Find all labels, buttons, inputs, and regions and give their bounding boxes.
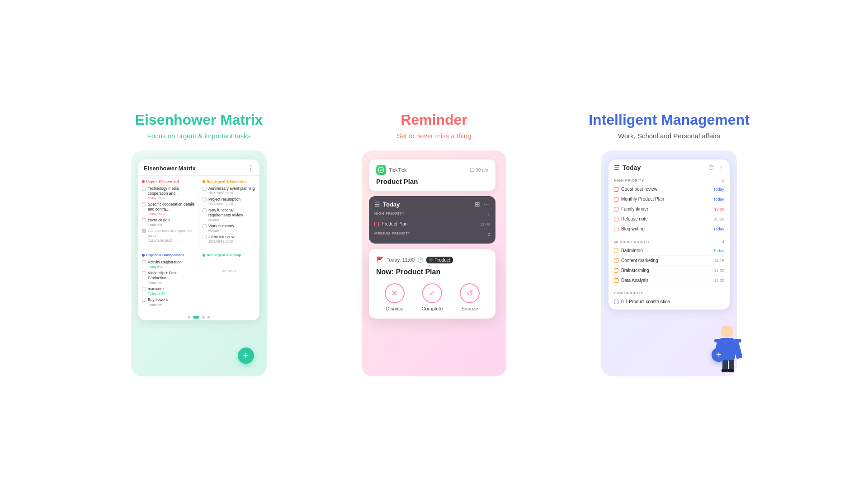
today-screen: ☰ Today ⊞ ⋯ HIGH PRIORITY 1: [369, 196, 495, 244]
task-date: 11:00: [714, 278, 724, 283]
dot-green-icon: [203, 254, 205, 257]
intelligent-screen: ☰ Today ⏱ ⋮ HIGH PRIORITY 6: [609, 160, 730, 310]
intelligent-title: Intelligent Management: [589, 112, 750, 128]
complete-label: Complete: [421, 306, 443, 311]
dismiss-label: Dismiss: [386, 306, 404, 311]
hp-count: 6: [722, 178, 724, 183]
task-time: Tomorrow: [148, 303, 195, 306]
table-row: Content marketing 14:15: [614, 256, 724, 266]
task-checkbox[interactable]: [203, 235, 207, 239]
task-checkbox[interactable]: [614, 207, 618, 211]
nav-dot: [202, 316, 205, 319]
task-checkbox[interactable]: [203, 197, 207, 202]
task-time: 2021/08/08 16:00: [148, 239, 195, 242]
int-menu-icon[interactable]: ☰: [614, 164, 620, 171]
task-left: Monthly Product Plan: [614, 197, 664, 202]
high-priority-header: HIGH PRIORITY 1: [374, 211, 490, 217]
task-checkbox[interactable]: [142, 229, 146, 233]
more-icon[interactable]: ⋯: [484, 201, 490, 208]
nav-dot: [208, 316, 210, 319]
task-name: Buy flowers: [148, 297, 195, 302]
task-name: Brainstorming: [621, 268, 649, 273]
eisenhower-card: Eisenhower Matrix Focus on urgent & impo…: [90, 112, 307, 376]
task-time: Today 16:30: [148, 292, 195, 295]
eis-more-icon[interactable]: ⋮: [247, 164, 254, 173]
lp-label: LOW PRIORITY: [614, 291, 643, 295]
reminder-phone-bg: TickTick 11:00 am Product Plan ☰ Today: [362, 150, 506, 376]
task-checkbox[interactable]: [614, 217, 618, 221]
task-left: Family dinner: [614, 206, 648, 211]
reminder-title: Reminder: [401, 112, 467, 128]
table-row: Anniversary event planning 2021/10/08 10…: [203, 186, 256, 195]
task-checkbox[interactable]: [203, 187, 207, 191]
mp-section-header: MEDIUM PRIORITY 4: [614, 239, 724, 244]
complete-button[interactable]: ✓: [422, 283, 442, 303]
int-header-right: ⏱ ⋮: [708, 164, 724, 171]
task-checkbox[interactable]: [203, 208, 207, 212]
task-checkbox[interactable]: [142, 187, 146, 191]
task-checkbox[interactable]: [614, 187, 618, 192]
task-time: No date: [208, 229, 256, 232]
medium-priority-count: 2: [488, 232, 490, 237]
table-row: New functional requirements review No da…: [203, 208, 256, 221]
popup-meta: 🚩 Today, 11:00 🕐 Product: [376, 256, 488, 263]
task-checkbox[interactable]: [142, 260, 146, 264]
lp-section-header: LOW PRIORITY: [614, 291, 724, 295]
low-priority-section: LOW PRIORITY 0-1 Product construction: [609, 288, 730, 310]
task-date: 14:15: [714, 258, 724, 263]
task-time: 2021/09/20 17:00: [208, 202, 256, 206]
add-task-fab[interactable]: +: [712, 347, 726, 362]
add-task-fab[interactable]: +: [238, 347, 254, 364]
int-more-icon[interactable]: ⋮: [718, 164, 724, 171]
intelligent-card: Intelligent Management Work, School and …: [561, 112, 778, 376]
task-info: Intern interview 2021/09/28 10:00: [208, 235, 256, 243]
task-checkbox[interactable]: [614, 300, 618, 304]
high-priority-label: HIGH PRIORITY: [374, 211, 405, 216]
task-name: cover design: [148, 218, 195, 223]
table-row: Brainstorming 11:30: [614, 266, 724, 276]
task-checkbox[interactable]: [142, 298, 146, 302]
menu-icon[interactable]: ☰: [374, 201, 380, 208]
table-row: Technology media cooperation and... Toda…: [142, 186, 195, 200]
task-left: Guest post review: [614, 187, 657, 192]
timer-icon[interactable]: ⏱: [708, 164, 714, 171]
snooze-button[interactable]: ↺: [460, 283, 480, 303]
popup-time: Today, 11:00: [387, 257, 415, 263]
eis-q4-label: Not Urgent & Unimp...: [203, 253, 255, 257]
table-row: cover design Tomorrow: [142, 218, 195, 226]
table-row: Product Plan 11:00: [374, 219, 490, 229]
reminder-card: Reminder Set to never miss a thing TickT…: [326, 112, 542, 376]
task-date: Today: [713, 197, 724, 202]
table-row: Intern interview 2021/09/28 10:00: [203, 235, 256, 243]
task-date: Today: [713, 187, 724, 192]
task-checkbox[interactable]: [614, 197, 618, 202]
task-checkbox[interactable]: [614, 258, 618, 263]
task-checkbox[interactable]: [142, 287, 146, 291]
main-container: Eisenhower Matrix Focus on urgent & impo…: [0, 112, 868, 376]
layout-icon[interactable]: ⊞: [475, 201, 480, 208]
table-row: Activity Registration Today 9:00: [142, 260, 195, 268]
task-checkbox[interactable]: [614, 268, 618, 273]
ticktick-logo: [376, 165, 386, 175]
task-info: Technology media cooperation and... Toda…: [148, 186, 195, 200]
notif-app-name: TickTick: [389, 167, 407, 173]
task-checkbox[interactable]: [142, 218, 146, 222]
task-left: Product Plan: [374, 221, 407, 226]
task-checkbox[interactable]: [142, 271, 146, 275]
task-checkbox[interactable]: [374, 222, 379, 226]
task-name: Data Analysis: [621, 278, 649, 283]
task-name: Project resumption: [208, 197, 256, 202]
task-date: 11:30: [714, 268, 724, 273]
task-checkbox[interactable]: [203, 224, 207, 228]
high-priority-section: HIGH PRIORITY 6 Guest post review Today: [609, 175, 730, 237]
task-checkbox[interactable]: [142, 202, 146, 206]
task-checkbox[interactable]: [614, 278, 618, 283]
dismiss-button[interactable]: ✕: [385, 283, 405, 303]
task-checkbox[interactable]: [614, 249, 618, 253]
table-row: Buy flowers Tomorrow: [142, 297, 195, 306]
task-checkbox[interactable]: [614, 227, 618, 231]
table-row: Monthly Product Plan Today: [614, 194, 724, 204]
task-time: Tomorrow: [148, 223, 195, 226]
clock-icon: 🕐: [417, 257, 424, 263]
task-left: Badminton: [614, 248, 643, 253]
